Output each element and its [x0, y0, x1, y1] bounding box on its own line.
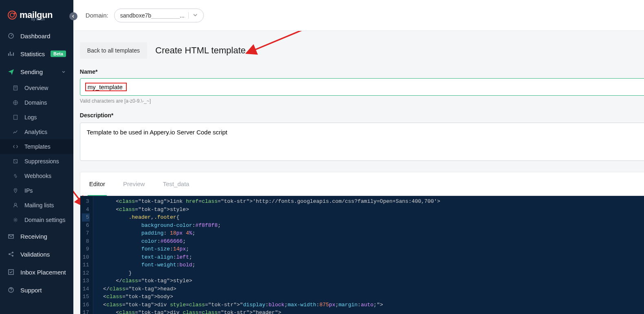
nav-label: Receiving: [20, 233, 47, 240]
svg-point-2: [14, 13, 15, 14]
svg-point-12: [9, 253, 10, 255]
nav-label: Support: [20, 287, 42, 294]
nav-label: Inbox Placement: [20, 269, 66, 276]
nav-label: Templates: [24, 143, 51, 150]
code-content[interactable]: <class="tok-tag">link href=class="tok-st…: [93, 196, 644, 314]
sidebar-item-receiving[interactable]: Receiving: [0, 227, 73, 245]
annotation-arrow: [249, 31, 306, 60]
nav-label: Webhooks: [24, 173, 51, 179]
share-icon: [7, 250, 15, 258]
send-icon: [7, 68, 15, 75]
sidebar-item-webhooks[interactable]: Webhooks: [0, 169, 73, 183]
nav-label: IPs: [24, 187, 33, 194]
pin-icon: [12, 187, 19, 194]
code-gutter: 345678910111213141516171819202122: [80, 196, 94, 314]
chevron-down-icon: [61, 68, 66, 75]
nav-label: Sending: [20, 68, 43, 75]
back-button[interactable]: Back to all templates: [80, 42, 147, 59]
globe-icon: [12, 99, 19, 106]
nav-label: Analytics: [24, 129, 47, 135]
svg-point-14: [12, 255, 13, 257]
sidebar-item-analytics[interactable]: Analytics: [0, 125, 73, 139]
check-icon: [7, 268, 15, 276]
gauge-icon: [7, 32, 15, 40]
ban-icon: [12, 158, 19, 165]
domain-selector[interactable]: sandboxe7b_________...: [114, 9, 204, 22]
inbox-icon: [7, 233, 15, 240]
nav-label: Dashboard: [20, 33, 50, 40]
nav-label: Logs: [24, 114, 37, 121]
sidebar-item-domains[interactable]: Domains: [0, 95, 73, 110]
svg-point-9: [14, 203, 16, 205]
tab-test-data[interactable]: Test_data: [154, 172, 198, 195]
svg-point-0: [8, 11, 16, 19]
nav-label: Mailing lists: [24, 202, 54, 209]
sidebar-item-dashboard[interactable]: Dashboard: [0, 27, 73, 45]
page-title: Create HTML template: [155, 45, 246, 56]
nav-label: Domains: [24, 99, 47, 106]
name-input[interactable]: [88, 83, 124, 90]
name-label: Name*: [80, 68, 644, 75]
beta-badge: Beta: [51, 51, 66, 57]
doc-icon: [12, 114, 19, 121]
user-icon: [12, 202, 19, 209]
sidebar-item-statistics[interactable]: StatisticsBeta: [0, 45, 73, 63]
svg-point-13: [12, 252, 13, 253]
chevron-left-icon: [72, 15, 75, 18]
sidebar-item-validations[interactable]: Validations: [0, 245, 73, 263]
chevron-down-icon: [188, 12, 198, 19]
svg-point-8: [15, 189, 16, 191]
svg-point-10: [15, 219, 16, 221]
brand-byline: by sinch: [31, 17, 45, 21]
gear-icon: [12, 217, 19, 223]
sidebar-collapse-button[interactable]: [69, 12, 77, 20]
topbar: Domain: sandboxe7b_________... Upgrade F…: [73, 0, 644, 31]
nav-label: Suppressions: [24, 158, 59, 165]
svg-line-19: [73, 148, 80, 201]
sidebar-item-mailing-lists[interactable]: Mailing lists: [0, 198, 73, 213]
domain-label: Domain:: [86, 12, 108, 19]
name-input-wrapper[interactable]: [80, 78, 644, 96]
nav-label: Statistics: [20, 51, 45, 57]
code-editor[interactable]: 345678910111213141516171819202122 <class…: [80, 196, 644, 314]
sidebar-item-ips[interactable]: IPs: [0, 183, 73, 198]
svg-line-18: [253, 31, 302, 51]
domain-value: sandboxe7b_________...: [120, 12, 185, 19]
bars-icon: [7, 50, 15, 57]
sidebar-item-sending[interactable]: Sending: [0, 63, 73, 81]
svg-rect-6: [14, 115, 18, 120]
nav-label: Domain settings: [24, 217, 65, 223]
nav-label: Validations: [20, 251, 50, 258]
description-input[interactable]: [80, 123, 644, 161]
sidebar-item-support[interactable]: Support: [0, 281, 73, 299]
sidebar-item-templates[interactable]: Templates: [0, 139, 73, 154]
svg-point-1: [10, 13, 14, 17]
description-label: Description*: [80, 112, 644, 119]
svg-point-17: [11, 291, 11, 292]
tab-editor[interactable]: Editor: [80, 172, 114, 195]
name-hint: Valid characters are [a-z0-9.\-_~]: [80, 98, 644, 104]
note-icon: [12, 85, 19, 91]
sidebar-item-suppressions[interactable]: Suppressions: [0, 154, 73, 169]
sidebar-item-domain-settings[interactable]: Domain settings: [0, 213, 73, 227]
link-icon: [12, 173, 19, 179]
sidebar-item-overview[interactable]: Overview: [0, 81, 73, 95]
nav-label: Overview: [24, 85, 48, 91]
chart-icon: [12, 129, 19, 135]
sidebar: mailgun by sinch DashboardStatisticsBeta…: [0, 0, 73, 314]
help-icon: [7, 286, 15, 294]
name-input-highlight: [85, 83, 127, 91]
sidebar-item-inbox-placement[interactable]: Inbox Placement: [0, 263, 73, 281]
tab-preview[interactable]: Preview: [114, 172, 154, 195]
editor-card: Editor Preview Test_data 345678910111213…: [80, 172, 644, 314]
code-icon: [12, 143, 19, 150]
sidebar-item-logs[interactable]: Logs: [0, 110, 73, 125]
mailgun-logo-icon: [7, 10, 17, 20]
logo: mailgun by sinch: [0, 0, 73, 27]
